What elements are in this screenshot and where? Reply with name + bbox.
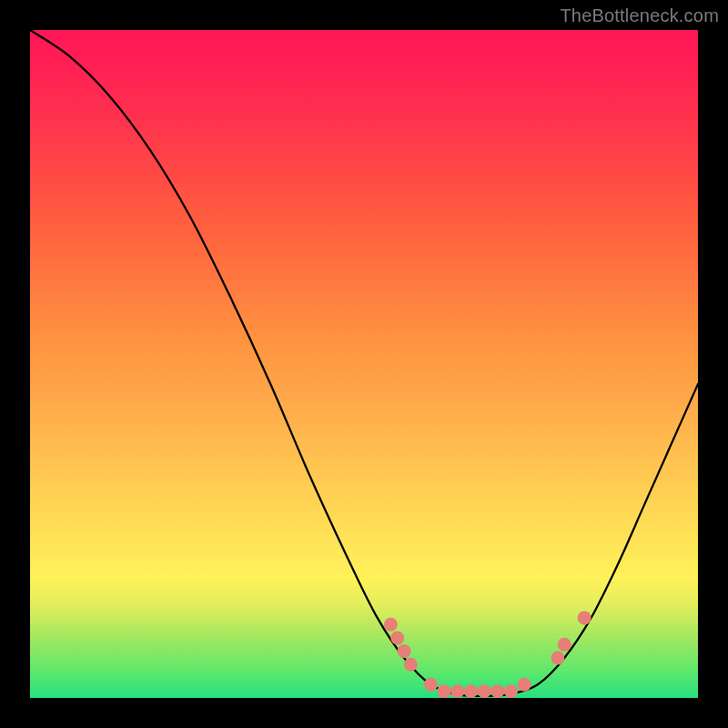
chart-svg bbox=[30, 30, 698, 698]
data-point bbox=[424, 678, 438, 692]
data-point bbox=[390, 631, 404, 644]
data-point bbox=[450, 684, 464, 698]
plot-area bbox=[30, 30, 698, 698]
data-point bbox=[464, 684, 478, 698]
watermark-text: TheBottleneck.com bbox=[560, 5, 719, 26]
data-point bbox=[384, 618, 398, 632]
bottleneck-curve bbox=[30, 30, 698, 696]
data-point bbox=[551, 651, 564, 664]
data-point bbox=[404, 658, 418, 672]
chart-stage: TheBottleneck.com bbox=[0, 0, 728, 728]
data-point bbox=[558, 638, 571, 652]
data-point bbox=[504, 684, 518, 698]
data-point bbox=[490, 684, 504, 698]
data-points-group bbox=[384, 611, 592, 698]
data-point bbox=[398, 644, 411, 658]
data-point bbox=[438, 684, 451, 698]
data-point bbox=[518, 678, 531, 692]
data-point bbox=[578, 611, 592, 624]
data-point bbox=[478, 684, 491, 698]
